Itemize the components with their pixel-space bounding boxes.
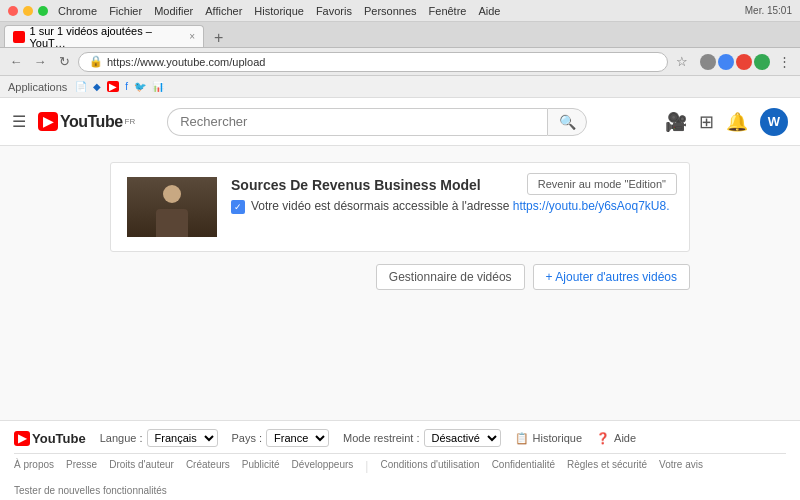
youtube-logo-text: YouTube bbox=[60, 113, 123, 131]
video-thumbnail bbox=[127, 177, 217, 237]
apps-icon[interactable]: ⊞ bbox=[699, 111, 714, 133]
search-input[interactable] bbox=[167, 108, 547, 136]
history-option[interactable]: 📋 Historique bbox=[515, 432, 583, 445]
youtube-bookmark-icon: ▶ bbox=[107, 81, 119, 92]
browser-titlebar: Chrome Fichier Modifier Afficher Histori… bbox=[0, 0, 800, 22]
active-tab[interactable]: 1 sur 1 vidéos ajoutées – YouT… × bbox=[4, 25, 204, 47]
person-body bbox=[156, 209, 188, 237]
menu-personnes[interactable]: Personnes bbox=[364, 5, 417, 17]
bookmark-2[interactable]: ◆ bbox=[93, 81, 101, 92]
menu-modifier[interactable]: Modifier bbox=[154, 5, 193, 17]
twitter-bookmark-icon: 🐦 bbox=[134, 81, 146, 92]
clock: Mer. 15:01 bbox=[745, 5, 792, 16]
language-select[interactable]: Français bbox=[147, 429, 218, 447]
menu-button[interactable]: ⋮ bbox=[774, 52, 794, 72]
country-select[interactable]: France bbox=[266, 429, 329, 447]
footer-link-developers[interactable]: Développeurs bbox=[292, 459, 354, 473]
bookmark-5[interactable]: 🐦 bbox=[134, 81, 146, 92]
footer-link-terms[interactable]: Conditions d'utilisation bbox=[380, 459, 479, 473]
back-button[interactable]: ← bbox=[6, 52, 26, 72]
restricted-mode-option[interactable]: Mode restreint : Désactivé bbox=[343, 429, 500, 447]
country-option[interactable]: Pays : France bbox=[232, 429, 330, 447]
tab-title: 1 sur 1 vidéos ajoutées – YouT… bbox=[30, 25, 185, 49]
lock-icon: 🔒 bbox=[89, 55, 103, 68]
youtube-logo-icon: ▶ bbox=[38, 112, 58, 131]
footer-link-press[interactable]: Presse bbox=[66, 459, 97, 473]
minimize-traffic-light[interactable] bbox=[23, 6, 33, 16]
tab-favicon bbox=[13, 31, 25, 43]
add-videos-button[interactable]: Ajouter d'autres vidéos bbox=[533, 264, 690, 290]
tab-close-button[interactable]: × bbox=[189, 31, 195, 42]
footer-link-privacy[interactable]: Confidentialité bbox=[492, 459, 555, 473]
history-icon: 📋 bbox=[515, 432, 529, 445]
forward-button[interactable]: → bbox=[30, 52, 50, 72]
youtube-logo[interactable]: ▶ YouTube FR bbox=[38, 112, 135, 131]
menu-fenetre[interactable]: Fenêtre bbox=[429, 5, 467, 17]
bookmark-1[interactable]: 📄 bbox=[75, 81, 87, 92]
video-url-link[interactable]: https://youtu.be/y6sAoq7kU8. bbox=[513, 199, 670, 213]
bookmark-4[interactable]: f bbox=[125, 81, 128, 92]
traffic-lights bbox=[8, 6, 48, 16]
video-camera-icon[interactable]: 🎥 bbox=[665, 111, 687, 133]
user-avatar[interactable]: W bbox=[760, 108, 788, 136]
extension-icons bbox=[700, 54, 770, 70]
address-bar[interactable]: 🔒 https://www.youtube.com/upload bbox=[78, 52, 668, 72]
ext-icon-4[interactable] bbox=[754, 54, 770, 70]
browser-toolbar: ← → ↻ 🔒 https://www.youtube.com/upload ☆… bbox=[0, 48, 800, 76]
upload-success-message: ✓ Votre vidéo est désormais accessible à… bbox=[231, 199, 673, 214]
close-traffic-light[interactable] bbox=[8, 6, 18, 16]
bookmarks-label: Applications bbox=[8, 81, 67, 93]
ext-icon-3[interactable] bbox=[736, 54, 752, 70]
menu-afficher[interactable]: Afficher bbox=[205, 5, 242, 17]
footer-link-copyright[interactable]: Droits d'auteur bbox=[109, 459, 174, 473]
history-label: Historique bbox=[533, 432, 583, 444]
footer-logo[interactable]: ▶ YouTube bbox=[14, 431, 86, 446]
bookmark-3[interactable]: ▶ bbox=[107, 81, 119, 92]
search-container: 🔍 bbox=[167, 108, 587, 136]
restricted-label: Mode restreint : bbox=[343, 432, 419, 444]
browser-menu: Chrome Fichier Modifier Afficher Histori… bbox=[58, 5, 501, 17]
reload-button[interactable]: ↻ bbox=[54, 52, 74, 72]
bookmark-6[interactable]: 📊 bbox=[152, 81, 164, 92]
upload-success-card: Sources De Revenus Business Model ✓ Votr… bbox=[110, 162, 690, 252]
success-checkbox: ✓ bbox=[231, 200, 245, 214]
bookmark-icon-2: ◆ bbox=[93, 81, 101, 92]
menu-historique[interactable]: Historique bbox=[254, 5, 304, 17]
help-option[interactable]: ❓ Aide bbox=[596, 432, 636, 445]
footer-link-feedback[interactable]: Votre avis bbox=[659, 459, 703, 473]
footer-link-new-features[interactable]: Tester de nouvelles fonctionnalités bbox=[14, 485, 167, 496]
footer-youtube-icon: ▶ bbox=[14, 431, 30, 446]
menu-fichier[interactable]: Fichier bbox=[109, 5, 142, 17]
action-buttons-row: Gestionnaire de vidéos Ajouter d'autres … bbox=[110, 264, 690, 290]
bookmark-icon-1: 📄 bbox=[75, 81, 87, 92]
youtube-footer: ▶ YouTube Langue : Français Pays : Franc… bbox=[0, 420, 800, 500]
footer-link-ads[interactable]: Publicité bbox=[242, 459, 280, 473]
youtube-header: ☰ ▶ YouTube FR 🔍 🎥 ⊞ 🔔 W bbox=[0, 98, 800, 146]
video-manager-button[interactable]: Gestionnaire de vidéos bbox=[376, 264, 525, 290]
footer-links: À propos Presse Droits d'auteur Créateur… bbox=[14, 454, 786, 496]
bell-icon[interactable]: 🔔 bbox=[726, 111, 748, 133]
ext-icon-1[interactable] bbox=[700, 54, 716, 70]
success-text: Votre vidéo est désormais accessible à l… bbox=[251, 199, 670, 213]
country-label: Pays : bbox=[232, 432, 263, 444]
thumbnail-image bbox=[127, 177, 217, 237]
search-button[interactable]: 🔍 bbox=[547, 108, 587, 136]
bookmark-button[interactable]: ☆ bbox=[672, 52, 692, 72]
language-option[interactable]: Langue : Français bbox=[100, 429, 218, 447]
footer-link-rules[interactable]: Règles et sécurité bbox=[567, 459, 647, 473]
ext-icon-2[interactable] bbox=[718, 54, 734, 70]
person-head bbox=[163, 185, 181, 203]
youtube-page: ☰ ▶ YouTube FR 🔍 🎥 ⊞ 🔔 W bbox=[0, 98, 800, 500]
menu-chrome[interactable]: Chrome bbox=[58, 5, 97, 17]
menu-aide[interactable]: Aide bbox=[478, 5, 500, 17]
maximize-traffic-light[interactable] bbox=[38, 6, 48, 16]
footer-youtube-text: YouTube bbox=[32, 431, 86, 446]
hamburger-menu-button[interactable]: ☰ bbox=[12, 112, 26, 131]
footer-link-about[interactable]: À propos bbox=[14, 459, 54, 473]
menu-favoris[interactable]: Favoris bbox=[316, 5, 352, 17]
edit-mode-button[interactable]: Revenir au mode "Edition" bbox=[527, 173, 677, 195]
new-tab-button[interactable]: + bbox=[208, 29, 229, 47]
bookmark-icon-6: 📊 bbox=[152, 81, 164, 92]
footer-link-creators[interactable]: Créateurs bbox=[186, 459, 230, 473]
restricted-select[interactable]: Désactivé bbox=[424, 429, 501, 447]
